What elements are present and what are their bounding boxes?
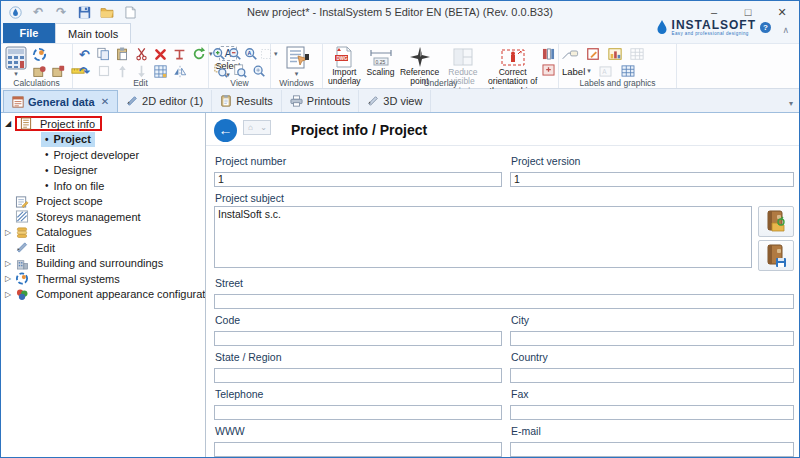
street-field[interactable] — [214, 294, 794, 309]
email-field[interactable] — [510, 442, 794, 457]
doc-tab-2d-editor[interactable]: 2D editor (1) — [118, 90, 212, 112]
country-label: Country — [511, 351, 794, 363]
tab-overflow-caret[interactable]: ▾ — [789, 99, 793, 108]
doc-tab-label: Results — [236, 95, 273, 107]
open-folder-icon[interactable] — [99, 4, 115, 20]
tree-item-project[interactable]: • Project — [1, 132, 205, 148]
scaling-button[interactable]: 0.25 Scaling — [365, 46, 397, 77]
nav-prev-button[interactable]: ⌂ — [244, 121, 257, 134]
city-field[interactable] — [510, 331, 794, 346]
label-button-text: Label — [562, 66, 585, 77]
edit-note-icon[interactable] — [584, 46, 601, 62]
redo-quick-icon[interactable]: ↷ — [53, 4, 69, 20]
expander-icon[interactable]: ◢ — [1, 119, 15, 128]
save-icon[interactable] — [76, 4, 92, 20]
tree-item-building-surroundings[interactable]: ▷ Building and surroundings — [1, 256, 205, 272]
telephone-field[interactable] — [214, 405, 502, 420]
tree-item-storeys-management[interactable]: Storeys management — [1, 209, 205, 225]
thermal-calc-icon[interactable] — [31, 46, 48, 62]
mirror-icon[interactable] — [171, 63, 188, 79]
tree-item-label: Designer — [54, 164, 98, 176]
group-label-underlay: Underlay — [323, 78, 558, 88]
graphics-chart-icon[interactable] — [606, 46, 623, 62]
align-tool-icon[interactable] — [171, 46, 188, 62]
move-up-icon[interactable] — [114, 63, 131, 79]
package-check-icon[interactable] — [31, 63, 48, 79]
address-book-load-button[interactable] — [758, 206, 794, 237]
doc-tab-close-icon[interactable]: ✕ — [101, 96, 109, 107]
tree-item-designer[interactable]: • Designer — [1, 163, 205, 179]
expander-icon[interactable]: ▷ — [1, 259, 15, 268]
zoom-extents-icon[interactable] — [250, 63, 267, 79]
app-logo-icon[interactable] — [7, 4, 23, 20]
project-subject-field[interactable]: InstalSoft s.c. — [214, 206, 752, 268]
undo-icon[interactable]: ↶ — [76, 46, 93, 62]
project-version-field[interactable] — [510, 172, 794, 187]
graphics-table-icon[interactable] — [628, 46, 645, 62]
nav-next-button[interactable]: ⌄ — [257, 121, 270, 134]
tree-item-label: Edit — [33, 242, 58, 254]
windows-button[interactable]: ▾ — [284, 46, 310, 78]
underlay-more-icon[interactable] — [542, 64, 555, 76]
help-icon[interactable]: ? — [760, 22, 771, 33]
expander-icon[interactable]: ▷ — [1, 290, 15, 299]
www-field[interactable] — [214, 442, 502, 457]
back-button[interactable]: ← — [214, 119, 237, 142]
zoom-all-icon[interactable]: A — [244, 46, 258, 62]
project-number-field[interactable] — [214, 172, 502, 187]
label-callout-icon[interactable] — [562, 46, 579, 62]
tree-item-component-appearance[interactable]: ▷ Component appearance configuration — [1, 287, 205, 303]
redo-icon[interactable]: ↷ — [76, 63, 93, 79]
tree-item-thermal-systems[interactable]: ▷ Thermal systems — [1, 271, 205, 287]
doc-tab-3d-view[interactable]: 3D view — [359, 90, 431, 112]
frame-icon[interactable] — [95, 63, 112, 79]
ribbon-group-windows: ▾ Windows — [271, 44, 323, 88]
tab-main-tools[interactable]: Main tools — [55, 23, 131, 43]
fax-field[interactable] — [510, 405, 794, 420]
move-down-icon[interactable] — [133, 63, 150, 79]
new-document-icon[interactable] — [122, 4, 138, 20]
underlay-columns-icon[interactable] — [542, 48, 555, 60]
tree-item-edit[interactable]: Edit — [1, 240, 205, 256]
refresh-icon[interactable] — [190, 46, 207, 62]
svg-text:A: A — [248, 50, 252, 56]
ribbon-group-edit: ↶ — [73, 44, 209, 88]
label-button[interactable]: Label ▾ — [562, 66, 591, 77]
tree-item-catalogues[interactable]: ▷ Catalogues — [1, 225, 205, 241]
windows-dropdown-caret[interactable]: ▾ — [295, 70, 299, 78]
doc-tab-results[interactable]: Results — [212, 90, 282, 112]
data-table-icon[interactable] — [620, 63, 637, 79]
tab-file[interactable]: File — [3, 23, 55, 43]
label-dropdown-caret[interactable]: ▾ — [587, 67, 591, 75]
country-field[interactable] — [510, 368, 794, 383]
text-field-icon[interactable]: A — [597, 63, 614, 79]
paste-icon[interactable] — [114, 46, 131, 62]
delete-icon[interactable] — [152, 46, 169, 62]
tree-item-project-info[interactable]: ◢ Project info — [1, 116, 205, 132]
grid-edit-icon[interactable] — [152, 63, 169, 79]
code-field[interactable] — [214, 331, 502, 346]
tree-item-label: Project scope — [33, 195, 106, 207]
ribbon-collapse-icon[interactable]: ∧ — [782, 25, 789, 35]
address-book-save-button[interactable] — [758, 240, 794, 271]
copy-icon[interactable] — [95, 46, 112, 62]
cut-icon[interactable] — [133, 46, 150, 62]
storeys-icon — [15, 210, 29, 223]
doc-tab-general-data[interactable]: General data ✕ — [3, 90, 118, 112]
tree-item-info-on-file[interactable]: • Info on file — [1, 178, 205, 194]
expander-icon[interactable]: ▷ — [1, 274, 15, 283]
zoom-out-icon[interactable] — [228, 46, 242, 62]
undo-quick-icon[interactable]: ↶ — [30, 4, 46, 20]
tree-item-project-scope[interactable]: Project scope — [1, 194, 205, 210]
calculations-dropdown-caret[interactable]: ▾ — [14, 70, 18, 78]
nav-history-group: ⌂ ⌄ — [243, 120, 271, 135]
package-export-icon[interactable] — [50, 63, 67, 79]
zoom-window-icon[interactable] — [212, 63, 229, 79]
zoom-in-icon[interactable] — [212, 46, 226, 62]
state-region-field[interactable] — [214, 368, 502, 383]
tree-item-project-developer[interactable]: • Project developer — [1, 147, 205, 163]
calculations-button[interactable] — [4, 46, 28, 70]
doc-tab-printouts[interactable]: Printouts — [282, 90, 359, 112]
zoom-page-icon[interactable] — [231, 63, 248, 79]
expander-icon[interactable]: ▷ — [1, 228, 15, 237]
